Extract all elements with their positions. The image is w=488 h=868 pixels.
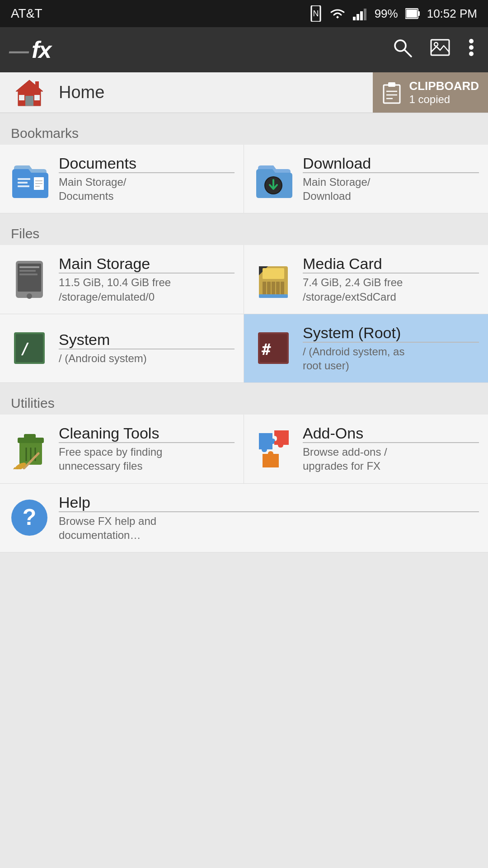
svg-rect-2 xyxy=(353,17,356,20)
toolbar: —fx xyxy=(0,27,488,72)
system-root-sub: / (Android system, asroot user) xyxy=(303,344,479,373)
svg-rect-58 xyxy=(24,434,36,439)
addons-item[interactable]: Add-Ons Browse add-ons /upgrades for FX xyxy=(244,415,488,483)
system-root-icon: # xyxy=(253,328,294,368)
addons-title: Add-Ons xyxy=(303,425,479,443)
system-root-title: System (Root) xyxy=(303,324,479,343)
svg-point-40 xyxy=(27,293,32,299)
download-item[interactable]: Download Main Storage/Download xyxy=(244,145,488,213)
help-text: Help Browse FX help anddocumentation… xyxy=(59,494,479,542)
battery-icon xyxy=(405,8,420,19)
svg-point-12 xyxy=(434,42,438,46)
svg-rect-48 xyxy=(263,268,284,279)
search-button[interactable] xyxy=(388,33,417,66)
system-title: System xyxy=(59,331,235,349)
main-storage-item[interactable]: Main Storage 11.5 GiB, 10.4 GiB free/sto… xyxy=(0,245,244,314)
svg-rect-3 xyxy=(357,14,359,20)
svg-rect-44 xyxy=(267,282,271,294)
svg-rect-4 xyxy=(360,11,363,20)
addons-icon xyxy=(253,429,294,469)
svg-rect-5 xyxy=(364,9,366,20)
system-text: System / (Android system) xyxy=(59,331,235,365)
search-icon xyxy=(392,38,412,57)
main-storage-text: Main Storage 11.5 GiB, 10.4 GiB free/sto… xyxy=(59,255,235,303)
home-icon xyxy=(9,72,50,113)
svg-line-64 xyxy=(13,467,15,469)
svg-rect-43 xyxy=(263,282,266,294)
more-button[interactable] xyxy=(464,33,479,66)
home-section[interactable]: Home xyxy=(0,72,373,113)
svg-rect-18 xyxy=(19,95,24,100)
help-item[interactable]: ? Help Browse FX help anddocumentation… xyxy=(0,484,488,552)
svg-line-10 xyxy=(404,50,411,57)
svg-rect-27 xyxy=(18,182,28,184)
svg-text:#: # xyxy=(262,340,271,359)
addons-text: Add-Ons Browse add-ons /upgrades for FX xyxy=(303,425,479,473)
bookmarks-grid: Documents Main Storage/Documents xyxy=(0,145,488,213)
media-card-item[interactable]: Media Card 7.4 GiB, 2.4 GiB free/storage… xyxy=(244,245,488,314)
svg-rect-38 xyxy=(19,270,36,272)
utilities-grid: Cleaning Tools Free space by findingunne… xyxy=(0,415,488,483)
main-storage-title: Main Storage xyxy=(59,255,235,274)
files-label: Files xyxy=(0,217,488,245)
status-icons: N 99% 10:52 PM xyxy=(310,5,477,22)
svg-rect-49 xyxy=(259,294,288,298)
svg-rect-22 xyxy=(388,82,395,87)
battery-label: 99% xyxy=(375,7,398,21)
svg-rect-28 xyxy=(18,185,29,187)
svg-rect-47 xyxy=(281,282,284,294)
help-sub: Browse FX help anddocumentation… xyxy=(59,514,479,542)
media-card-title: Media Card xyxy=(303,255,479,274)
svg-rect-7 xyxy=(418,11,420,16)
help-icon: ? xyxy=(9,497,50,538)
svg-point-13 xyxy=(469,39,474,43)
signal-icon xyxy=(353,7,367,20)
documents-item[interactable]: Documents Main Storage/Documents xyxy=(0,145,244,213)
system-item[interactable]: / System / (Android system) xyxy=(0,314,244,383)
svg-rect-8 xyxy=(406,9,417,18)
download-title: Download xyxy=(303,155,479,173)
cleaning-tools-sub: Free space by findingunnecessary files xyxy=(59,445,235,473)
media-card-text: Media Card 7.4 GiB, 2.4 GiB free/storage… xyxy=(303,255,479,303)
home-title: Home xyxy=(59,83,104,102)
utilities-section: Utilities xyxy=(0,383,488,552)
system-sub: / (Android system) xyxy=(59,351,235,365)
download-text: Download Main Storage/Download xyxy=(303,155,479,203)
home-bar: Home CLIPBOARD 1 copied xyxy=(0,72,488,113)
app-logo: —fx xyxy=(9,36,379,63)
system-icon: / xyxy=(9,328,50,368)
svg-rect-37 xyxy=(19,266,39,268)
clipboard-section[interactable]: CLIPBOARD 1 copied xyxy=(373,72,488,113)
svg-rect-39 xyxy=(19,274,38,275)
cleaning-tools-text: Cleaning Tools Free space by findingunne… xyxy=(59,425,235,473)
system-root-item[interactable]: # System (Root) / (Android system, asroo… xyxy=(244,314,488,383)
cleaning-tools-icon xyxy=(9,429,50,469)
svg-rect-46 xyxy=(276,282,280,294)
system-root-text: System (Root) / (Android system, asroot … xyxy=(303,324,479,373)
svg-point-14 xyxy=(469,45,474,50)
image-button[interactable] xyxy=(426,33,455,66)
documents-icon xyxy=(9,159,50,199)
cleaning-tools-title: Cleaning Tools xyxy=(59,425,235,443)
svg-text:N: N xyxy=(313,9,319,18)
main-storage-sub: 11.5 GiB, 10.4 GiB free/storage/emulated… xyxy=(59,275,235,303)
files-section: Files Main Storage 11.5 GiB, 10.4 xyxy=(0,213,488,383)
more-icon xyxy=(468,38,474,57)
clipboard-label: CLIPBOARD xyxy=(409,79,479,93)
svg-point-15 xyxy=(469,52,474,56)
addons-sub: Browse add-ons /upgrades for FX xyxy=(303,445,479,473)
svg-text:/: / xyxy=(20,340,29,358)
bookmarks-label: Bookmarks xyxy=(0,117,488,145)
wifi-icon xyxy=(329,7,346,20)
time-label: 10:52 PM xyxy=(427,7,477,21)
utilities-label: Utilities xyxy=(0,387,488,415)
cleaning-tools-item[interactable]: Cleaning Tools Free space by findingunne… xyxy=(0,415,244,483)
svg-rect-17 xyxy=(25,96,33,106)
svg-rect-26 xyxy=(18,178,30,180)
clipboard-sub: 1 copied xyxy=(409,93,479,106)
svg-rect-19 xyxy=(34,95,40,100)
media-card-sub: 7.4 GiB, 2.4 GiB free/storage/extSdCard xyxy=(303,275,479,303)
help-title: Help xyxy=(59,494,479,512)
main-storage-icon xyxy=(9,259,50,300)
svg-text:?: ? xyxy=(22,505,36,530)
